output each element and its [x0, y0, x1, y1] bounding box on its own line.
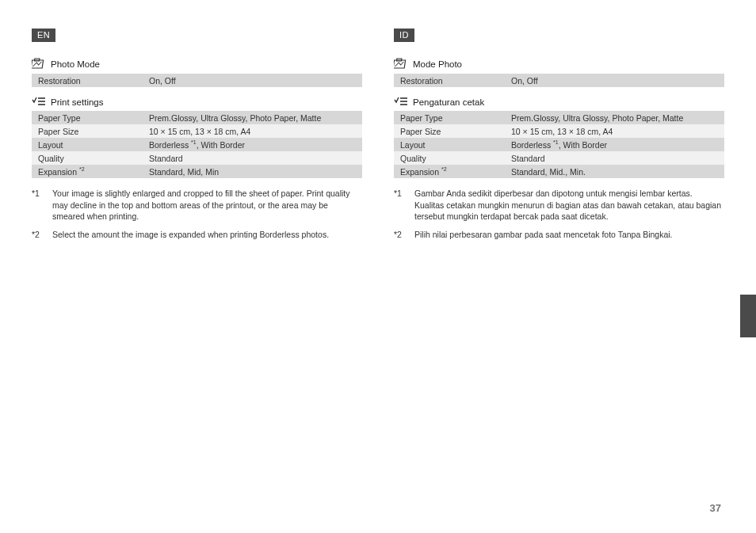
cell-label: Paper Type	[32, 111, 143, 124]
table-row: Quality Standard	[394, 151, 724, 165]
cell-value: Standard	[505, 151, 724, 165]
cell-label: Layout	[32, 138, 143, 151]
footnote-marker: *1	[394, 188, 408, 223]
table-row: Layout Borderless *1, With Border	[32, 138, 362, 151]
lang-tag-en: EN	[32, 29, 55, 42]
cell-label: Paper Size	[394, 124, 505, 138]
section-print-settings: Print settings	[32, 97, 362, 108]
section-photo-mode: Photo Mode	[32, 58, 362, 70]
footnote: *2 Pilih nilai perbesaran gambar pada sa…	[394, 229, 724, 241]
photo-mode-table: Restoration On, Off	[394, 74, 724, 87]
footnote: *1 Your image is slightly enlarged and c…	[32, 188, 362, 223]
footnote-marker: *2	[394, 229, 408, 241]
side-tab	[740, 295, 756, 337]
cell-value: Prem.Glossy, Ultra Glossy, Photo Paper, …	[505, 111, 724, 124]
photo-icon	[394, 58, 408, 70]
cell-label: Layout	[394, 138, 505, 151]
cell-label: Paper Size	[32, 124, 143, 138]
cell-value: Standard	[143, 151, 362, 165]
footnote: *2 Select the amount the image is expand…	[32, 229, 362, 241]
section-title: Print settings	[51, 97, 103, 107]
cell-label: Quality	[32, 151, 143, 165]
footnote-text: Select the amount the image is expanded …	[52, 229, 362, 241]
print-settings-table: Paper Type Prem.Glossy, Ultra Glossy, Ph…	[32, 111, 362, 178]
cell-value: On, Off	[505, 74, 724, 87]
table-row: Paper Type Prem.Glossy, Ultra Glossy, Ph…	[32, 111, 362, 124]
cell-label: Expansion *2	[394, 165, 505, 178]
cell-label: Restoration	[394, 74, 505, 87]
footnote-marker: *1	[32, 188, 46, 223]
table-row: Restoration On, Off	[32, 74, 362, 87]
photo-icon	[32, 58, 46, 70]
cell-label: Expansion *2	[32, 165, 143, 178]
cell-value: Borderless *1, With Border	[143, 138, 362, 151]
footnote-text: Pilih nilai perbesaran gambar pada saat …	[414, 229, 724, 241]
cell-value: Standard, Mid, Min	[143, 165, 362, 178]
table-row: Paper Size 10 × 15 cm, 13 × 18 cm, A4	[394, 124, 724, 138]
column-en: EN Photo Mode Restoration On, Off Print …	[32, 29, 362, 247]
photo-mode-table: Restoration On, Off	[32, 74, 362, 87]
table-row: Paper Size 10 × 15 cm, 13 × 18 cm, A4	[32, 124, 362, 138]
column-id: ID Mode Photo Restoration On, Off Pengat…	[394, 29, 724, 247]
footnote-text: Gambar Anda sedikit diperbesar dan dipot…	[414, 188, 724, 223]
table-row: Expansion *2 Standard, Mid, Min	[32, 165, 362, 178]
cell-label: Paper Type	[394, 111, 505, 124]
page: EN Photo Mode Restoration On, Off Print …	[0, 0, 756, 247]
settings-icon	[32, 97, 46, 108]
footnote-marker: *2	[32, 229, 46, 241]
footnote-text: Your image is slightly enlarged and crop…	[52, 188, 362, 223]
lang-tag-id: ID	[394, 29, 414, 42]
settings-icon	[394, 97, 408, 108]
footnotes: *1 Gambar Anda sedikit diperbesar dan di…	[394, 188, 724, 241]
table-row: Quality Standard	[32, 151, 362, 165]
cell-label: Restoration	[32, 74, 143, 87]
table-row: Paper Type Prem.Glossy, Ultra Glossy, Ph…	[394, 111, 724, 124]
page-number: 37	[710, 502, 721, 514]
section-pengaturan-cetak: Pengaturan cetak	[394, 97, 724, 108]
section-title: Mode Photo	[413, 59, 462, 69]
section-title: Photo Mode	[51, 59, 100, 69]
cell-label: Quality	[394, 151, 505, 165]
footnotes: *1 Your image is slightly enlarged and c…	[32, 188, 362, 241]
cell-value: Borderless *1, With Border	[505, 138, 724, 151]
table-row: Layout Borderless *1, With Border	[394, 138, 724, 151]
cell-value: On, Off	[143, 74, 362, 87]
print-settings-table: Paper Type Prem.Glossy, Ultra Glossy, Ph…	[394, 111, 724, 178]
cell-value: 10 × 15 cm, 13 × 18 cm, A4	[505, 124, 724, 138]
table-row: Restoration On, Off	[394, 74, 724, 87]
cell-value: Prem.Glossy, Ultra Glossy, Photo Paper, …	[143, 111, 362, 124]
table-row: Expansion *2 Standard, Mid., Min.	[394, 165, 724, 178]
section-title: Pengaturan cetak	[413, 97, 484, 107]
section-mode-photo: Mode Photo	[394, 58, 724, 70]
cell-value: Standard, Mid., Min.	[505, 165, 724, 178]
cell-value: 10 × 15 cm, 13 × 18 cm, A4	[143, 124, 362, 138]
footnote: *1 Gambar Anda sedikit diperbesar dan di…	[394, 188, 724, 223]
